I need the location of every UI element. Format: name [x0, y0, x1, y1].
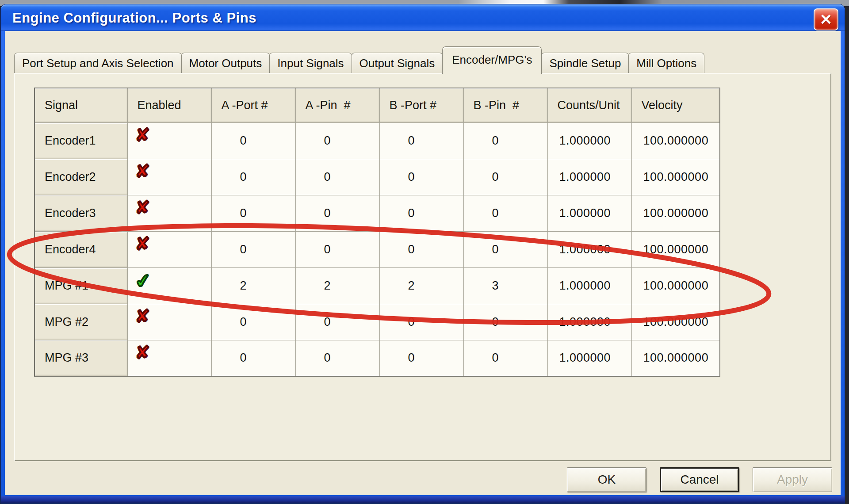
value-cell[interactable]: 100.000000: [631, 195, 720, 231]
value-cell[interactable]: 0: [463, 340, 547, 376]
column-header: Signal: [34, 88, 127, 122]
table-row: MPG #2✘00001.000000100.000000: [34, 304, 720, 340]
table-row: Encoder2✘00001.000000100.000000: [34, 159, 720, 195]
title-bar[interactable]: Engine Configuration... Ports & Pins ✕: [1, 4, 845, 31]
enabled-cell[interactable]: ✘: [127, 340, 211, 376]
column-header: A -Port #: [211, 88, 295, 122]
enabled-cell[interactable]: ✘: [127, 122, 211, 159]
enabled-cell[interactable]: ✔: [127, 267, 211, 304]
value-cell[interactable]: 0: [463, 231, 547, 267]
signal-name-cell: MPG #2: [34, 304, 127, 340]
value-cell[interactable]: 100.000000: [631, 304, 720, 340]
value-cell[interactable]: 0: [211, 122, 295, 159]
red-x-icon: ✘: [135, 235, 150, 252]
tab-encoder-mpg-s[interactable]: Encoder/MPG's: [442, 46, 542, 74]
red-x-icon: ✘: [135, 307, 150, 325]
value-cell[interactable]: 100.000000: [631, 231, 720, 267]
cancel-button[interactable]: Cancel: [660, 467, 739, 492]
value-cell[interactable]: 0: [379, 340, 463, 376]
value-cell[interactable]: 100.000000: [631, 122, 720, 159]
signal-name-cell: Encoder4: [34, 231, 127, 267]
apply-button[interactable]: Apply: [753, 467, 832, 492]
value-cell[interactable]: 0: [211, 159, 295, 195]
value-cell[interactable]: 0: [295, 159, 379, 195]
signal-name-cell: Encoder3: [34, 195, 127, 231]
value-cell[interactable]: 0: [295, 340, 379, 376]
tab-spindle-setup[interactable]: Spindle Setup: [541, 53, 629, 73]
value-cell[interactable]: 1.000000: [547, 231, 631, 267]
value-cell[interactable]: 0: [379, 304, 463, 340]
value-cell[interactable]: 0: [463, 304, 547, 340]
value-cell[interactable]: 0: [295, 231, 379, 267]
value-cell[interactable]: 0: [211, 195, 295, 231]
value-cell[interactable]: 1.000000: [547, 195, 631, 231]
column-header: Enabled: [127, 88, 211, 122]
table-header-row: SignalEnabledA -Port #A -Pin #B -Port #B…: [34, 88, 720, 122]
value-cell[interactable]: 1.000000: [547, 340, 631, 376]
value-cell[interactable]: 1.000000: [547, 267, 631, 304]
table-row: MPG #1✔22231.000000100.000000: [34, 267, 720, 304]
dialog-client-area: Port Setup and Axis SelectionMotor Outpu…: [5, 31, 841, 495]
green-check-icon: ✔: [134, 271, 152, 291]
enabled-cell[interactable]: ✘: [127, 304, 211, 340]
value-cell[interactable]: 2: [379, 267, 463, 304]
enabled-cell[interactable]: ✘: [127, 195, 211, 231]
value-cell[interactable]: 0: [463, 122, 547, 159]
table-header: SignalEnabledA -Port #A -Pin #B -Port #B…: [34, 88, 720, 122]
table-row: Encoder1✘00001.000000100.000000: [34, 122, 720, 159]
value-cell[interactable]: 0: [379, 159, 463, 195]
red-x-icon: ✘: [135, 162, 150, 180]
column-header: Counts/Unit: [547, 88, 631, 122]
enabled-cell[interactable]: ✘: [127, 231, 211, 267]
tab-mill-options[interactable]: Mill Options: [628, 53, 704, 73]
dialog-window: Engine Configuration... Ports & Pins ✕ P…: [1, 4, 845, 503]
dialog-button-row: OK Cancel Apply: [567, 467, 832, 492]
value-cell[interactable]: 0: [463, 195, 547, 231]
value-cell[interactable]: 0: [379, 231, 463, 267]
value-cell[interactable]: 3: [463, 267, 547, 304]
value-cell[interactable]: 100.000000: [631, 340, 720, 376]
close-button[interactable]: ✕: [814, 8, 838, 31]
value-cell[interactable]: 0: [211, 304, 295, 340]
table-row: MPG #3✘00001.000000100.000000: [34, 340, 720, 376]
tab-port-setup-and-axis-selection[interactable]: Port Setup and Axis Selection: [14, 53, 182, 73]
signal-name-cell: MPG #3: [34, 340, 127, 376]
enabled-cell[interactable]: ✘: [127, 159, 211, 195]
tab-output-signals[interactable]: Output Signals: [352, 53, 443, 73]
close-icon: ✕: [820, 11, 833, 28]
value-cell[interactable]: 0: [211, 340, 295, 376]
tab-page-encoder-mpg: SignalEnabledA -Port #A -Pin #B -Port #B…: [14, 73, 831, 461]
value-cell[interactable]: 0: [295, 304, 379, 340]
value-cell[interactable]: 1.000000: [547, 304, 631, 340]
value-cell[interactable]: 1.000000: [547, 122, 631, 159]
window-title: Engine Configuration... Ports & Pins: [12, 5, 256, 31]
value-cell[interactable]: 0: [463, 159, 547, 195]
red-x-icon: ✘: [135, 199, 150, 216]
value-cell[interactable]: 0: [379, 195, 463, 231]
value-cell[interactable]: 2: [211, 267, 295, 304]
tab-strip: Port Setup and Axis SelectionMotor Outpu…: [14, 42, 704, 73]
signal-name-cell: Encoder2: [34, 159, 127, 195]
table-row: Encoder4✘00001.000000100.000000: [34, 231, 720, 267]
tab-motor-outputs[interactable]: Motor Outputs: [181, 53, 270, 73]
ok-button[interactable]: OK: [567, 467, 646, 492]
value-cell[interactable]: 0: [295, 122, 379, 159]
dialog-bottom-border: [1, 496, 845, 503]
value-cell[interactable]: 0: [211, 231, 295, 267]
column-header: A -Pin #: [295, 88, 379, 122]
value-cell[interactable]: 100.000000: [631, 267, 720, 304]
value-cell[interactable]: 0: [295, 195, 379, 231]
column-header: B -Port #: [379, 88, 463, 122]
column-header: Velocity: [631, 88, 720, 122]
value-cell[interactable]: 2: [295, 267, 379, 304]
tab-input-signals[interactable]: Input Signals: [269, 53, 352, 73]
screenshot-stage: Engine Configuration... Ports & Pins ✕ P…: [0, 0, 849, 504]
value-cell[interactable]: 100.000000: [631, 159, 720, 195]
value-cell[interactable]: 1.000000: [547, 159, 631, 195]
red-x-icon: ✘: [135, 344, 150, 361]
signal-name-cell: MPG #1: [34, 267, 127, 304]
signal-table-body: Encoder1✘00001.000000100.000000Encoder2✘…: [34, 122, 720, 376]
red-x-icon: ✘: [135, 126, 150, 144]
value-cell[interactable]: 0: [379, 122, 463, 159]
column-header: B -Pin #: [463, 88, 547, 122]
